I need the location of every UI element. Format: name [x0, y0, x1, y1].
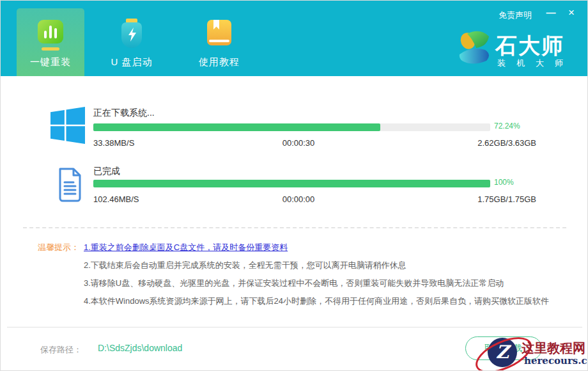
completed-progress-fill [93, 180, 490, 187]
tip-item-remove-usb: 3.请移除U盘、移动硬盘、光驱里的光盘，并保证安装过程中不会断电，否则重装可能失… [84, 278, 576, 289]
completed-percent: 100% [494, 178, 514, 187]
tab-one-key-reinstall[interactable]: 一键重装 [17, 8, 84, 76]
bar-chart-icon [17, 19, 84, 57]
download-speed: 33.38MB/S [93, 138, 134, 148]
download-progress-bar [93, 123, 490, 131]
book-icon [185, 19, 253, 57]
tab-label: 一键重装 [17, 56, 84, 68]
download-status-title: 正在下载系统... [93, 107, 155, 119]
download-time-remaining: 00:00:30 [260, 138, 337, 148]
tab-tutorial[interactable]: 使用教程 [185, 8, 253, 76]
dashed-divider [23, 227, 566, 228]
watermark-site-name: 这里教程网 [522, 340, 585, 357]
footer-divider [7, 327, 582, 328]
tab-label: 使用教程 [185, 56, 253, 68]
download-progress-fill [93, 123, 380, 131]
completed-progress-bar [93, 180, 490, 187]
completed-speed: 102.46MB/S [93, 194, 139, 204]
site-watermark: Z 这里教程网 herecours.com [472, 333, 587, 370]
brand-subtitle: 装机大师 [497, 58, 574, 69]
tab-usb-boot[interactable]: U 盘启动 [98, 8, 166, 76]
completed-status-title: 已完成 [93, 166, 120, 177]
tab-label: U 盘启动 [98, 56, 166, 68]
save-path-value: D:\SdsZjds\download [98, 343, 182, 353]
download-stats-row: 33.38MB/S 00:00:30 2.62GB/3.63GB [93, 138, 536, 148]
tips-label: 温馨提示： [38, 242, 79, 253]
usb-bolt-icon [98, 19, 166, 57]
close-button[interactable]: × [564, 5, 579, 20]
completed-stats-row: 102.46MB/S 00:00:00 1.75GB/1.75GB [93, 194, 536, 205]
tip-item-auto-restart: 2.下载结束后会自动重启并完成系统的安装，全程无需干预，您可以离开电脑请稍作休息 [84, 260, 576, 271]
brand-name: 石大师 [495, 31, 564, 61]
document-icon [56, 167, 84, 203]
titlebar: 一键重装 U 盘启动 使用教程 免责声明 — × [1, 1, 587, 76]
watermark-site-domain: herecours.com [524, 355, 588, 367]
windows-icon [50, 107, 85, 144]
app-window: 一键重装 U 盘启动 使用教程 免责声明 — × [0, 0, 588, 371]
save-path-label: 保存路径： [40, 344, 82, 356]
tip-item-backup: 1.重装之前会删除桌面及C盘文件，请及时备份重要资料 [84, 242, 576, 253]
minimize-button[interactable]: — [543, 5, 559, 20]
download-size: 2.62GB/3.63GB [477, 138, 536, 148]
brand-swirl-icon [456, 29, 491, 65]
completed-size: 1.75GB/1.75GB [477, 194, 536, 204]
download-percent: 72.24% [494, 122, 520, 130]
tip-item-license: 4.本软件Windows系统资源均来源于网上，请下载后24小时删除，不得用于任何… [84, 296, 576, 307]
completed-time-remaining: 00:00:00 [260, 194, 337, 204]
disclaimer-link[interactable]: 免责声明 [499, 10, 532, 21]
